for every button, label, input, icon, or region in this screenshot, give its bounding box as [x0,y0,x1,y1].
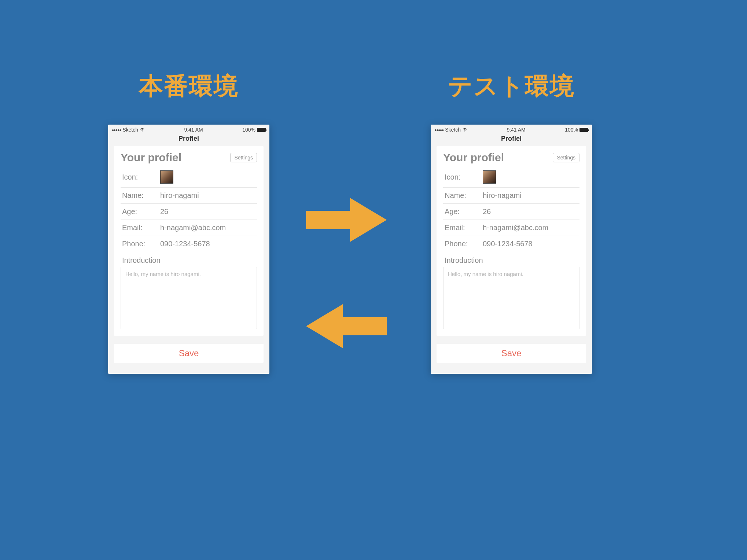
age-label: Age: [445,207,477,216]
email-label: Email: [122,224,154,232]
name-value: hiro-nagami [483,191,522,200]
age-value: 26 [160,207,168,216]
row-email: Email: h-nagami@abc.com [121,220,257,236]
card-heading: Your profiel [443,151,504,164]
row-name: Name: hiro-nagami [121,188,257,204]
settings-button[interactable]: Settings [553,153,579,162]
row-name: Name: hiro-nagami [443,188,579,204]
row-icon: Icon: [443,167,579,188]
phone-value: 090-1234-5678 [160,240,210,248]
column-production: 本番環境 ●●●●● Sketch 9:41 AM 100% Profiel Y… [106,70,271,374]
carrier-label: Sketch [122,127,138,133]
nav-title: Profiel [108,133,269,146]
row-icon: Icon: [121,167,257,188]
save-button[interactable]: Save [437,344,586,363]
intro-label: Introduction [443,252,579,267]
icon-label: Icon: [122,173,154,181]
card-heading: Your profiel [121,151,181,164]
email-value: h-nagami@abc.com [160,224,226,232]
avatar [483,170,496,184]
icon-label: Icon: [445,173,477,181]
age-value: 26 [483,207,491,216]
status-bar: ●●●●● Sketch 9:41 AM 100% [108,125,269,133]
profile-card: Your profiel Settings Icon: Name: hiro-n… [437,146,586,336]
status-bar: ●●●●● Sketch 9:41 AM 100% [431,125,592,133]
signal-dots-icon: ●●●●● [112,128,121,132]
settings-button[interactable]: Settings [230,153,257,162]
name-label: Name: [445,191,477,200]
row-phone: Phone: 090-1234-5678 [443,236,579,252]
intro-textarea[interactable]: Hello, my name is hiro nagami. [443,267,579,329]
phone-label: Phone: [122,240,154,248]
title-test: テスト環境 [448,70,575,103]
column-test: テスト環境 ●●●●● Sketch 9:41 AM 100% Profiel … [429,70,594,374]
profile-card: Your profiel Settings Icon: Name: hiro-n… [114,146,264,336]
avatar [160,170,173,184]
name-value: hiro-nagami [160,191,199,200]
clock: 9:41 AM [184,127,203,133]
phone-value: 090-1234-5678 [483,240,533,248]
battery-percent: 100% [242,127,255,133]
signal-dots-icon: ●●●●● [434,128,444,132]
carrier-label: Sketch [445,127,461,133]
arrow-left-icon [306,304,387,348]
battery-icon [579,128,588,132]
email-value: h-nagami@abc.com [483,224,548,232]
row-age: Age: 26 [121,204,257,220]
email-label: Email: [445,224,477,232]
age-label: Age: [122,207,154,216]
nav-title: Profiel [431,133,592,146]
row-phone: Phone: 090-1234-5678 [121,236,257,252]
phone-label: Phone: [445,240,477,248]
row-email: Email: h-nagami@abc.com [443,220,579,236]
name-label: Name: [122,191,154,200]
row-age: Age: 26 [443,204,579,220]
title-production: 本番環境 [139,70,239,103]
phone-mock-right: ●●●●● Sketch 9:41 AM 100% Profiel Your p… [431,125,592,374]
arrow-right-icon [306,198,387,242]
battery-icon [257,128,266,132]
wifi-icon [462,127,467,133]
intro-label: Introduction [121,252,257,267]
clock: 9:41 AM [507,127,525,133]
phone-mock-left: ●●●●● Sketch 9:41 AM 100% Profiel Your p… [108,125,269,374]
save-button[interactable]: Save [114,344,264,363]
wifi-icon [140,127,145,133]
intro-textarea[interactable]: Hello, my name is hiro nagami. [121,267,257,329]
battery-percent: 100% [565,127,578,133]
